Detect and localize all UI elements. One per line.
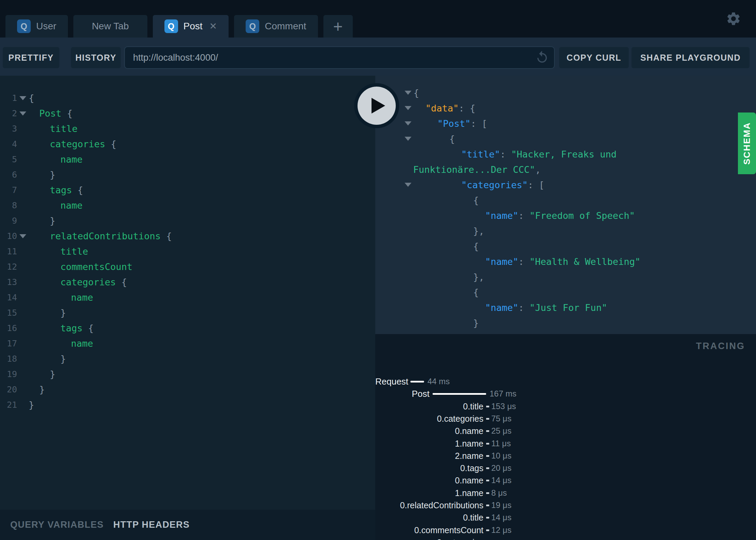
http-headers-tab[interactable]: HTTP HEADERS [113, 520, 190, 530]
fold-arrow-icon[interactable] [19, 111, 26, 116]
tab-new-tab[interactable]: New Tab [73, 15, 147, 38]
tracing-row: 0.name25 μs [375, 425, 511, 437]
trace-dash [486, 443, 489, 445]
line-number: 19 [0, 369, 17, 379]
tab-post[interactable]: QPost✕ [153, 15, 229, 38]
response-line: "name": "Freedom of Speech" [375, 208, 756, 223]
editor-line: 3title [0, 121, 375, 136]
trace-label: 0.tags [375, 463, 483, 473]
fold-arrow-icon[interactable] [405, 137, 411, 141]
code-token: } [39, 384, 45, 395]
code-token: title [50, 123, 77, 134]
trace-label: 0.relatedContributions [375, 500, 483, 510]
code-token: { [29, 93, 34, 103]
json-token: { [473, 195, 479, 206]
tracing-row: Post167 ms [375, 388, 517, 400]
editor-line: 10relatedContributions { [0, 228, 375, 244]
line-number: 14 [0, 292, 17, 302]
response-line: { [375, 85, 756, 101]
query-variables-tab[interactable]: QUERY VARIABLES [10, 520, 104, 530]
editor-line: 8name [0, 198, 375, 213]
execute-query-button[interactable] [354, 83, 399, 128]
tracing-row: 0.name14 μs [375, 474, 511, 486]
fold-gutter [17, 96, 29, 100]
tab-strip: QUserNew TabQPost✕QComment+ [0, 0, 756, 38]
trace-label: 0.name [375, 476, 483, 485]
code-token: } [60, 354, 66, 364]
json-token: { [473, 241, 479, 252]
trace-duration-value: 8 μs [491, 488, 507, 498]
new-tab-button[interactable]: + [323, 15, 353, 38]
trace-label: 0.title [375, 513, 483, 523]
trace-duration-value: 167 ms [490, 389, 517, 399]
code-token: name [71, 338, 93, 349]
editor-line: 9} [0, 213, 375, 228]
trace-duration-value: 14 μs [491, 513, 511, 522]
history-button[interactable]: HISTORY [71, 47, 121, 68]
share-playground-button[interactable]: SHARE PLAYGROUND [631, 47, 750, 68]
response-line: }, [375, 223, 756, 239]
fold-gutter [17, 111, 29, 116]
tab-label: Comment [265, 21, 306, 32]
json-token: : [ [528, 180, 544, 190]
code-token: { [83, 323, 94, 333]
trace-dash [486, 455, 489, 457]
editor-lines: 1{2Post {3title4categories {5name6}7tags… [0, 90, 375, 412]
fold-arrow-icon[interactable] [405, 91, 411, 95]
reload-endpoint-button[interactable] [535, 50, 549, 65]
code-token: categories [50, 139, 105, 149]
schema-tab[interactable]: SCHEMA [738, 112, 756, 174]
code-token: } [50, 215, 55, 226]
editor-line: 6} [0, 167, 375, 182]
line-number: 7 [0, 185, 17, 195]
prettify-button[interactable]: PRETTIFY [3, 47, 59, 68]
fold-arrow-icon[interactable] [405, 183, 411, 187]
tab-comment[interactable]: QComment [234, 15, 318, 38]
code-token: { [61, 108, 73, 119]
code-token: categories [60, 277, 116, 287]
settings-button[interactable] [725, 11, 742, 27]
code-token: } [29, 400, 34, 410]
code-token: { [105, 139, 117, 149]
fold-arrow-icon[interactable] [405, 121, 411, 125]
trace-label: 0.name [375, 426, 483, 436]
trace-label: Post [375, 389, 430, 399]
json-token: , [535, 164, 541, 175]
editor-line: 16tags { [0, 320, 375, 336]
response-line: "Post": [ [375, 116, 756, 131]
code-token: } [60, 308, 66, 318]
json-token: }, [473, 272, 484, 282]
line-number: 17 [0, 339, 17, 348]
line-number: 5 [0, 154, 17, 164]
tracing-row: 0.title153 μs [375, 400, 516, 412]
fold-arrow-icon[interactable] [19, 96, 26, 100]
line-number: 8 [0, 200, 17, 210]
trace-duration-value: 44 ms [427, 377, 450, 386]
url-input[interactable] [125, 52, 535, 63]
response-line: "name": "Just For Fun" [375, 300, 756, 315]
query-editor[interactable]: 1{2Post {3title4categories {5name6}7tags… [0, 76, 375, 510]
tracing-row: 0.title14 μs [375, 511, 511, 524]
line-number: 13 [0, 277, 17, 287]
trace-label: 0.commentsCount [375, 525, 483, 535]
tracing-title: TRACING [696, 341, 745, 351]
response-lines: {"data": {"Post": [{"title": "Hacker, Fr… [375, 85, 756, 334]
trace-duration-value: 153 μs [491, 402, 516, 411]
copy-curl-button[interactable]: COPY CURL [559, 47, 629, 68]
line-number: 16 [0, 323, 17, 333]
tab-user[interactable]: QUser [5, 15, 68, 38]
editor-line: 19} [0, 366, 375, 382]
tracing-panel: TRACING Request44 msPost167 ms0.title153… [375, 334, 756, 540]
tracing-row: Request44 ms [375, 375, 450, 388]
code-token: name [60, 154, 83, 165]
fold-arrow-icon[interactable] [19, 234, 26, 238]
editor-line: 20} [0, 382, 375, 397]
close-icon[interactable]: ✕ [209, 21, 217, 32]
line-number: 21 [0, 400, 17, 410]
trace-dash [486, 480, 489, 481]
json-token: : [519, 210, 530, 221]
fold-arrow-icon[interactable] [405, 106, 411, 110]
line-number: 12 [0, 262, 17, 272]
tab-label: User [36, 21, 56, 32]
line-number: 2 [0, 108, 17, 118]
